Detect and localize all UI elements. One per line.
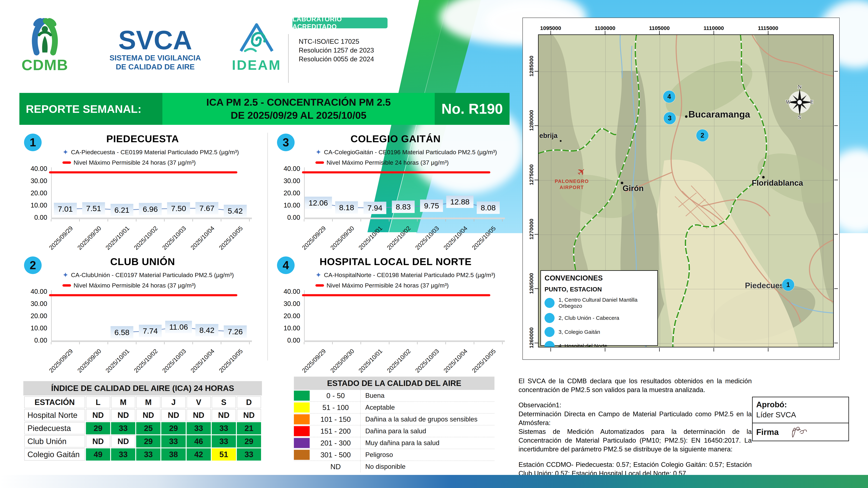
map-left-coordinate: 1285000: [528, 66, 534, 76]
data-label: 12.88: [446, 196, 473, 208]
x-axis-tick: [332, 219, 333, 222]
ica-data-row: Club UniónNDND2933463329: [24, 435, 261, 448]
chart-hospital-local-del-norte: 4 HOSPITAL LOCAL DEL NORTE ✦CA-HospitalN…: [275, 255, 517, 374]
map-left-coordinate: 1270000: [528, 229, 534, 239]
x-axis-tick: [164, 219, 165, 222]
map-top-coordinate: 1110000: [704, 25, 724, 31]
ica-value-cell: ND: [86, 409, 110, 421]
ica-value-cell: ND: [136, 409, 160, 421]
map-top-coordinate: 1115000: [758, 25, 778, 31]
x-axis-tick: [107, 219, 108, 222]
estado-rows: 0 - 50Buena51 - 100Aceptable101 - 150Dañ…: [294, 390, 494, 473]
map-legend-item-label: 3, Colegio Gaitán: [559, 329, 600, 335]
svca-logo: SVCA SISTEMA DE VIGILANCIA DE CALIDAD DE…: [98, 27, 213, 71]
air-quality-state-legend: ESTADO DE LA CALIDAD DEL AIRE 0 - 50Buen…: [294, 377, 494, 473]
observation-body-2: Sistemas de Medición Automatizados para …: [519, 427, 752, 454]
x-axis-tick: [304, 219, 305, 222]
x-axis-date-label: 2025/10/03: [161, 225, 187, 251]
x-axis-tick: [192, 219, 193, 222]
map-frame-tick: [834, 125, 838, 126]
report-title-band: REPORTE SEMANAL: ICA PM 2.5 - CONCENTRAC…: [20, 93, 509, 125]
x-axis-date-label: 2025/10/05: [218, 348, 244, 374]
ica-data-row: Hospital NorteNDNDNDNDNDNDND: [24, 409, 261, 421]
map-frame-tick: [714, 31, 714, 34]
y-axis-label: 40.00: [31, 288, 47, 295]
notes-block: El SVCA de la CDMB declara que los resul…: [519, 377, 752, 478]
ica-value-cell: 46: [187, 435, 211, 448]
estado-range: 51 - 100: [311, 402, 360, 413]
svca-subtitle-1: SISTEMA DE VIGILANCIA: [98, 54, 213, 62]
estado-row: 51 - 100Aceptable: [294, 401, 494, 413]
estado-row: 201 - 300Muy dañina para la salud: [294, 437, 494, 449]
map-top-coordinate: 1095000: [540, 25, 561, 31]
ica-value-cell: 33: [136, 448, 160, 461]
airport-label: ✈ PALONEGRO AIRPORT: [549, 168, 595, 191]
ica-station-name: Colegio Gaitán: [24, 448, 85, 461]
ica-table-title: ÍNDICE DE CALIDAD DEL AIRE (ICA) 24 HORA…: [23, 381, 262, 395]
x-axis-tick: [389, 219, 389, 222]
estado-row: NDNo disponible: [294, 461, 494, 473]
x-axis-tick: [249, 342, 250, 344]
map-image: N S W E ✈ PALONEGRO AIRPORT Bucaramanga …: [538, 34, 834, 348]
map-frame-tick: [534, 125, 538, 126]
ica-table-grid: ESTACIÓNLMMJVSDHospital NorteNDNDNDNDNDN…: [23, 395, 262, 461]
x-axis-tick: [221, 219, 221, 222]
y-axis-label: 20.00: [31, 189, 47, 197]
ica-value-cell: 21: [237, 422, 261, 434]
ica-value-cell: 33: [161, 435, 186, 448]
ica-value-cell: ND: [111, 409, 135, 421]
svg-text:N: N: [798, 85, 802, 90]
cdmb-wordmark: CDMB: [21, 56, 69, 74]
station-marker-4: 4: [663, 91, 675, 103]
ica-value-cell: 33: [187, 422, 211, 434]
map-top-coordinate: 1105000: [649, 25, 670, 31]
estado-color-swatch: [294, 450, 310, 460]
ica-table-body: ESTACIÓNLMMJVSDHospital NorteNDNDNDNDNDN…: [24, 396, 261, 461]
signature-cell: Firma: [753, 423, 848, 441]
map-legend-item: 1, Centro Cultural Daniel Mantilla Orbeg…: [545, 297, 654, 309]
estado-range: 301 - 500: [311, 449, 360, 461]
x-axis-date-label: 2025/09/30: [329, 348, 355, 374]
estado-label: Peligroso: [360, 449, 494, 461]
x-axis-date-label: 2025/09/29: [301, 348, 327, 374]
estado-range: 0 - 50: [311, 390, 360, 401]
ica-value-cell: 33: [237, 448, 261, 461]
x-axis-tick: [417, 219, 418, 222]
limit-line: [49, 171, 237, 173]
map-frame-tick: [834, 234, 838, 235]
ica-value-cell: 29: [161, 422, 186, 434]
x-axis-date-label: 2025/10/01: [104, 225, 131, 251]
ica-value-cell: 33: [111, 448, 135, 461]
x-axis-tick: [474, 342, 474, 344]
map-legend-item: 4, Hospital del Norte: [545, 341, 654, 348]
ica-value-cell: 38: [161, 448, 186, 461]
y-axis-label: 20.00: [31, 312, 47, 320]
plot-area: 40.0030.0020.0010.000.0012.068.187.948.8…: [275, 132, 517, 251]
airport-name-line2: AIRPORT: [549, 185, 595, 191]
signature-label: Firma: [756, 427, 779, 437]
y-axis-label: 0.00: [34, 337, 47, 344]
y-axis-line: [304, 290, 305, 341]
data-label: 8.83: [392, 200, 415, 213]
limit-line: [302, 171, 490, 173]
station-point-icon: [545, 327, 555, 337]
map-legend-item: 3, Colegio Gaitán: [545, 327, 654, 337]
approval-top-cell: Aprobó: Líder SVCA: [753, 397, 848, 423]
ica-value-cell: ND: [86, 435, 110, 448]
declaration-text: El SVCA de la CDMB declara que los resul…: [519, 377, 752, 394]
estado-color-swatch: [294, 414, 310, 424]
y-axis-label: 10.00: [283, 202, 300, 209]
map-panel: 1095000110000011050001110000111500012850…: [522, 18, 840, 360]
ideam-logo: IDEAM: [227, 19, 286, 73]
estado-row: 101 - 150Dañina a la salud de grupos sen…: [294, 413, 494, 425]
estado-color-cell: [294, 461, 311, 473]
x-axis-line: [304, 340, 505, 342]
accreditation-line: Resolución 0055 de 2024: [299, 55, 374, 64]
ica-column-header: M: [111, 396, 135, 408]
map-frame-tick: [551, 348, 551, 352]
x-axis-date-label: 2025/10/04: [189, 225, 216, 251]
map-frame-tick: [834, 343, 838, 343]
ica-value-cell: ND: [187, 409, 211, 421]
x-axis-tick: [389, 342, 389, 344]
estado-range: 151 - 200: [311, 425, 360, 437]
